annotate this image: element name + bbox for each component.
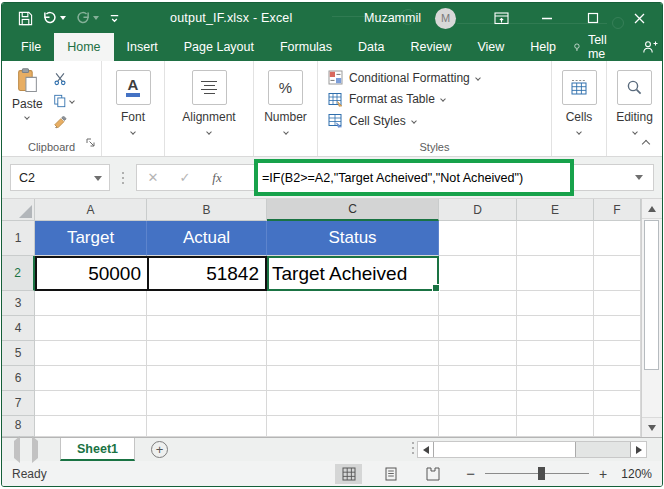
name-box-dropdown-icon[interactable] xyxy=(94,176,102,181)
row-header-4[interactable]: 4 xyxy=(2,316,35,341)
row-header-2[interactable]: 2 xyxy=(2,256,35,291)
tab-view[interactable]: View xyxy=(464,33,517,61)
copy-dropdown-icon[interactable] xyxy=(69,98,75,104)
tell-me-search[interactable]: Tell me xyxy=(569,33,616,61)
tab-help[interactable]: Help xyxy=(517,33,569,61)
cell-B4[interactable] xyxy=(147,316,267,341)
avatar[interactable]: M xyxy=(435,8,456,29)
redo-dropdown-icon[interactable] xyxy=(93,16,99,20)
cell-B1[interactable]: Actual xyxy=(147,221,267,256)
conditional-formatting-dropdown-icon[interactable] xyxy=(475,75,481,81)
cell-A1[interactable]: Target xyxy=(35,221,147,256)
zoom-slider[interactable] xyxy=(485,473,589,474)
editing-group[interactable]: Editing xyxy=(607,61,662,156)
row-header-3[interactable]: 3 xyxy=(2,291,35,316)
tab-page-layout[interactable]: Page Layout xyxy=(171,33,267,61)
undo-button[interactable] xyxy=(42,11,66,25)
cell-D8[interactable] xyxy=(439,416,517,437)
cell-B5[interactable] xyxy=(147,341,267,366)
cell-F1[interactable] xyxy=(594,221,641,256)
cell-D5[interactable] xyxy=(439,341,517,366)
cell-B2[interactable]: 51842 xyxy=(147,256,267,291)
row-header-1[interactable]: 1 xyxy=(2,221,35,256)
paste-button[interactable]: Paste xyxy=(12,68,43,131)
zoom-slider-handle[interactable] xyxy=(538,467,545,480)
cell-C5[interactable] xyxy=(267,341,439,366)
zoom-level[interactable]: 120% xyxy=(621,467,652,481)
cell-F6[interactable] xyxy=(594,366,641,391)
save-icon[interactable] xyxy=(18,11,33,26)
scroll-left-icon[interactable] xyxy=(418,442,434,457)
tab-formulas[interactable]: Formulas xyxy=(267,33,345,61)
cut-button[interactable] xyxy=(53,70,74,87)
cell-A4[interactable] xyxy=(35,316,147,341)
cell-E7[interactable] xyxy=(517,391,594,416)
tab-insert[interactable]: Insert xyxy=(114,33,171,61)
cell-F7[interactable] xyxy=(594,391,641,416)
cell-F4[interactable] xyxy=(594,316,641,341)
share-button[interactable]: Share xyxy=(642,33,663,61)
column-header-c[interactable]: C xyxy=(267,199,439,221)
minimize-button[interactable] xyxy=(524,3,570,33)
maximize-button[interactable] xyxy=(570,3,616,33)
number-dropdown-icon[interactable] xyxy=(283,129,289,135)
column-header-b[interactable]: B xyxy=(147,199,267,221)
sheet-tab-sheet1[interactable]: Sheet1 xyxy=(60,438,135,461)
cell-A6[interactable] xyxy=(35,366,147,391)
cell-F3[interactable] xyxy=(594,291,641,316)
vertical-scrollbar[interactable] xyxy=(641,199,662,437)
cell-D3[interactable] xyxy=(439,291,517,316)
column-header-a[interactable]: A xyxy=(35,199,147,221)
cell-D1[interactable] xyxy=(439,221,517,256)
page-layout-view-button[interactable] xyxy=(377,464,404,484)
format-as-table-dropdown-icon[interactable] xyxy=(440,96,446,102)
cancel-icon[interactable]: ✕ xyxy=(137,170,169,185)
close-button[interactable] xyxy=(616,3,662,33)
cell-E6[interactable] xyxy=(517,366,594,391)
horizontal-scrollbar[interactable] xyxy=(417,441,647,458)
cell-F5[interactable] xyxy=(594,341,641,366)
cell-B8[interactable] xyxy=(147,416,267,437)
vertical-scrollbar-thumb[interactable] xyxy=(644,220,659,370)
cell-styles-button[interactable]: Cell Styles xyxy=(328,112,551,129)
number-group[interactable]: % Number xyxy=(254,61,318,156)
cell-A3[interactable] xyxy=(35,291,147,316)
cell-F2[interactable] xyxy=(594,256,641,291)
redo-button[interactable] xyxy=(75,11,99,25)
cell-D4[interactable] xyxy=(439,316,517,341)
row-header-7[interactable]: 7 xyxy=(2,391,35,416)
cell-A2[interactable]: 50000 xyxy=(35,256,147,291)
previous-sheet-icon[interactable] xyxy=(14,441,20,459)
cell-E2[interactable] xyxy=(517,256,594,291)
column-header-e[interactable]: E xyxy=(517,199,594,221)
page-break-preview-button[interactable] xyxy=(419,464,446,484)
tab-review[interactable]: Review xyxy=(397,33,464,61)
cell-C4[interactable] xyxy=(267,316,439,341)
cell-A5[interactable] xyxy=(35,341,147,366)
alignment-group[interactable]: Alignment xyxy=(165,61,254,156)
cell-B3[interactable] xyxy=(147,291,267,316)
cell-C1[interactable]: Status xyxy=(267,221,439,256)
zoom-out-button[interactable]: − xyxy=(466,465,475,482)
cell-styles-dropdown-icon[interactable] xyxy=(411,118,417,124)
cell-C6[interactable] xyxy=(267,366,439,391)
scroll-up-icon[interactable] xyxy=(642,199,662,219)
paste-dropdown-icon[interactable] xyxy=(25,114,31,120)
cell-C7[interactable] xyxy=(267,391,439,416)
insert-function-icon[interactable]: fx xyxy=(201,170,233,186)
cell-C2-selected[interactable]: Target Acheived xyxy=(267,256,439,291)
tab-home[interactable]: Home xyxy=(54,33,113,61)
new-sheet-button[interactable]: + xyxy=(151,441,168,458)
formula-text[interactable]: =IF(B2>=A2,"Target Acheived","Not Acheiv… xyxy=(262,171,523,185)
select-all-button[interactable] xyxy=(2,199,35,221)
scroll-down-icon[interactable] xyxy=(642,417,662,437)
editing-dropdown-icon[interactable] xyxy=(632,129,638,135)
cell-E4[interactable] xyxy=(517,316,594,341)
tab-data[interactable]: Data xyxy=(345,33,397,61)
cell-D2[interactable] xyxy=(439,256,517,291)
formula-input-area[interactable]: ✕ ✓ fx =IF(B2>=A2,"Target Acheived","Not… xyxy=(136,164,654,191)
cell-F8[interactable] xyxy=(594,416,641,437)
ribbon-display-options-button[interactable] xyxy=(478,3,524,33)
cell-E3[interactable] xyxy=(517,291,594,316)
cell-D7[interactable] xyxy=(439,391,517,416)
